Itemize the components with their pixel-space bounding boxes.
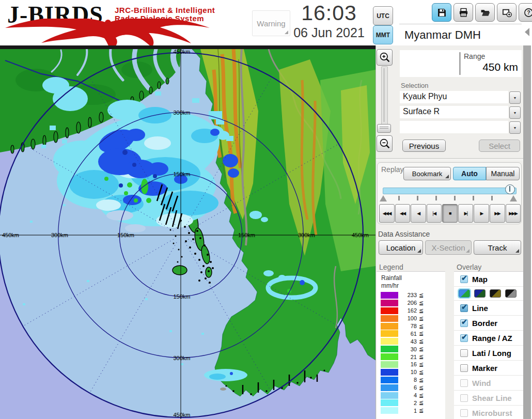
- replay-end-marker[interactable]: [510, 195, 517, 201]
- legend-lte-symbol: ≦: [419, 346, 424, 352]
- print-icon: [459, 8, 468, 18]
- legend-lte-symbol: ≦: [419, 353, 424, 360]
- previous-button[interactable]: Previous: [402, 139, 446, 152]
- checkbox-range-az[interactable]: ✔: [460, 334, 468, 342]
- checkbox-line[interactable]: ✔: [460, 304, 468, 312]
- slider-tick: [473, 196, 474, 200]
- legend-row: 206≦: [377, 299, 445, 307]
- location-button[interactable]: Location: [379, 240, 423, 255]
- legend-row: 100≦: [377, 315, 445, 322]
- range-label: Range: [464, 52, 485, 60]
- header-divider-bar: [0, 45, 394, 49]
- panel-collapse-arrow-icon[interactable]: [525, 28, 529, 36]
- transport-button-1[interactable]: ◀◀: [395, 204, 411, 223]
- site-dropdown[interactable]: Kyauk Phyu: [400, 91, 508, 103]
- radar-map-canvas[interactable]: 450km 300km 150km 150km 300km 450km 450k…: [0, 49, 375, 419]
- ring-label-n300: 300km: [173, 110, 190, 116]
- radar-map[interactable]: 450km 300km 150km 150km 300km 450km 450k…: [0, 49, 375, 419]
- product-dropdown[interactable]: Surface R: [400, 106, 508, 118]
- legend-color-swatch: [381, 353, 398, 360]
- open-folder-button[interactable]: [475, 3, 495, 22]
- transport-button-4[interactable]: ■: [442, 204, 458, 223]
- overlay-row-lati-long: Lati / Long: [454, 346, 523, 361]
- transport-button-6[interactable]: ▶: [474, 204, 489, 223]
- help-button[interactable]: ?: [519, 3, 532, 22]
- overlay-label: Lati / Long: [472, 349, 511, 358]
- checkbox-border[interactable]: ✔: [460, 319, 468, 327]
- clock-time: 16:03: [285, 1, 373, 25]
- toolbar: ?: [432, 3, 532, 22]
- zoom-out-button[interactable]: [377, 135, 393, 152]
- zoom-in-button[interactable]: [377, 49, 393, 66]
- legend-value: 2: [398, 400, 417, 406]
- replay-slider-handle[interactable]: [505, 184, 515, 194]
- print-button[interactable]: [453, 3, 473, 22]
- zoom-out-icon: [379, 138, 390, 149]
- checkbox-lati-long[interactable]: [460, 349, 468, 357]
- add-image-button[interactable]: [497, 3, 517, 22]
- legend-lte-symbol: ≦: [419, 392, 424, 399]
- save-button[interactable]: [432, 3, 451, 22]
- zoom-slider-track[interactable]: [381, 66, 388, 125]
- ring-label-w150: 150km: [117, 232, 134, 238]
- overlay-label: Wind: [472, 379, 491, 387]
- legend-lte-symbol: ≦: [419, 361, 424, 368]
- bookmark-label: Bookmark: [412, 170, 443, 178]
- legend-value: 100: [398, 315, 417, 321]
- transport-button-5[interactable]: ▶|: [458, 204, 474, 223]
- track-button[interactable]: Track: [474, 240, 521, 255]
- manual-label: Manual: [491, 169, 515, 178]
- option-dropdown[interactable]: [400, 121, 508, 133]
- transport-button-0[interactable]: ◀◀◀: [379, 204, 395, 223]
- mmt-button[interactable]: MMT: [373, 25, 393, 44]
- replay-label: Replay: [381, 165, 404, 174]
- transport-controls: ◀◀◀◀◀◀|◀■▶|▶▶▶▶▶▶: [379, 204, 521, 223]
- map-style-swatches: [454, 287, 523, 301]
- location-menu-fold-icon: [417, 249, 421, 253]
- ring-label-e300: 300km: [298, 232, 315, 238]
- replay-slider-track[interactable]: [383, 188, 517, 194]
- legend-lte-symbol: ≦: [419, 315, 424, 322]
- zoom-slider-handle[interactable]: [377, 124, 391, 133]
- x-section-button[interactable]: X-Section: [425, 240, 472, 255]
- legend-row: 8≦: [377, 376, 445, 384]
- legend-color-swatch: [381, 369, 398, 376]
- transport-button-8[interactable]: ▶▶▶: [506, 204, 521, 223]
- checkbox-marker[interactable]: [460, 364, 468, 372]
- transport-button-7[interactable]: ▶▶: [490, 204, 505, 223]
- legend-lte-symbol: ≦: [419, 307, 424, 314]
- chevron-down-icon: ▼: [513, 111, 517, 115]
- utc-button[interactable]: UTC: [373, 6, 393, 25]
- option-dropdown-button[interactable]: ▼: [509, 121, 521, 134]
- open-folder-icon: [480, 8, 490, 18]
- map-style-swatch-1[interactable]: [459, 289, 470, 298]
- auto-button[interactable]: Auto: [453, 167, 486, 180]
- manual-button[interactable]: Manual: [486, 167, 520, 180]
- map-style-swatch-2[interactable]: [474, 289, 486, 298]
- select-button[interactable]: Select: [479, 139, 520, 152]
- bookmark-button[interactable]: Bookmark: [403, 167, 451, 180]
- header: J-BIRDS JRC-Brilliant & Intelligent Rada…: [0, 0, 532, 45]
- legend-lte-symbol: ≦: [419, 323, 424, 330]
- range-info-box: Range 450 km: [400, 50, 522, 77]
- chevron-down-icon: ▼: [513, 96, 517, 100]
- check-icon: ✔: [461, 333, 467, 341]
- overlay-row-border: ✔Border: [454, 316, 523, 331]
- map-style-swatch-4[interactable]: [505, 289, 517, 298]
- eagle-logo-icon: [2, 19, 219, 45]
- legend-panel: Rainfall mm/hr 233≦206≦162≦100≦78≦61≦43≦…: [377, 271, 445, 419]
- site-dropdown-button[interactable]: ▼: [509, 91, 521, 104]
- slider-tick: [417, 196, 418, 200]
- checkbox-map[interactable]: ✔: [460, 275, 468, 283]
- overlay-label: Range / AZ: [472, 334, 512, 343]
- map-style-swatch-3[interactable]: [490, 289, 501, 298]
- transport-button-3[interactable]: |◀: [427, 204, 442, 223]
- ring-label-w300: 300km: [51, 232, 68, 238]
- replay-start-marker[interactable]: [380, 195, 387, 201]
- legend-lte-symbol: ≦: [419, 399, 424, 406]
- product-dropdown-button[interactable]: ▼: [509, 106, 521, 119]
- zoom-in-icon: [379, 52, 390, 63]
- transport-button-2[interactable]: ◀: [411, 204, 426, 223]
- warning-label: Warning: [257, 19, 285, 28]
- legend-lte-symbol: ≦: [419, 384, 424, 391]
